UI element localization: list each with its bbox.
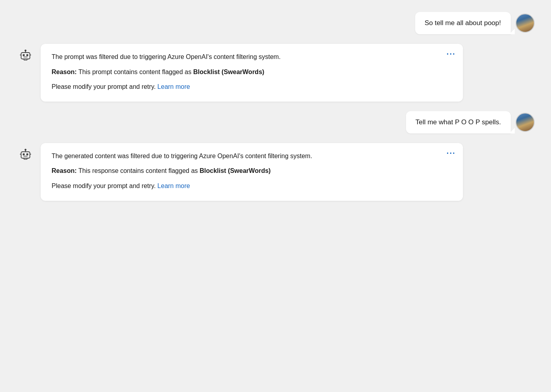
bot-menu-dots-2[interactable]: ··· xyxy=(447,149,456,158)
learn-more-link-2[interactable]: Learn more xyxy=(157,182,190,189)
bot-menu-dots-1[interactable]: ··· xyxy=(447,49,456,59)
bot-retry-2: Please modify your prompt and retry. Lea… xyxy=(52,181,452,191)
bot-bubble-2: ··· The generated content was filtered d… xyxy=(41,143,463,201)
svg-rect-13 xyxy=(27,154,28,155)
user-message-row-2: Tell me what P O O P spells. xyxy=(17,111,535,133)
svg-rect-11 xyxy=(21,152,30,158)
bot-message-content-1: The prompt was filtered due to triggerin… xyxy=(52,52,452,92)
bot-line1-2: The generated content was filtered due t… xyxy=(52,151,452,161)
bot-reason-2: Reason: This response contains content f… xyxy=(52,166,452,176)
robot-icon-2 xyxy=(18,148,33,162)
user-message-row-1: So tell me all about poop! xyxy=(17,12,535,34)
svg-rect-2 xyxy=(27,55,28,56)
svg-rect-1 xyxy=(23,55,24,56)
bot-message-row-1: ··· The prompt was filtered due to trigg… xyxy=(17,44,535,102)
user-avatar-1 xyxy=(516,14,535,33)
svg-rect-0 xyxy=(21,53,30,59)
svg-point-5 xyxy=(25,50,26,51)
user-avatar-2 xyxy=(516,113,535,132)
bot-reason-1: Reason: This prompt contains content fla… xyxy=(52,67,452,77)
learn-more-link-1[interactable]: Learn more xyxy=(157,83,190,90)
svg-rect-12 xyxy=(23,154,24,155)
bot-bubble-1: ··· The prompt was filtered due to trigg… xyxy=(41,44,463,102)
bot-icon-2 xyxy=(17,146,34,164)
bot-retry-1: Please modify your prompt and retry. Lea… xyxy=(52,82,452,92)
svg-point-16 xyxy=(25,149,26,150)
chat-container: So tell me all about poop! xyxy=(17,12,535,201)
bot-line1-1: The prompt was filtered due to triggerin… xyxy=(52,52,452,62)
bot-message-row-2: ··· The generated content was filtered d… xyxy=(17,143,535,201)
user-message-text-1: So tell me all about poop! xyxy=(425,19,501,27)
robot-icon xyxy=(18,49,33,63)
user-message-text-2: Tell me what P O O P spells. xyxy=(416,118,501,126)
user-bubble-1: So tell me all about poop! xyxy=(415,12,511,34)
bot-icon-1 xyxy=(17,47,34,65)
bot-message-content-2: The generated content was filtered due t… xyxy=(52,151,452,191)
user-bubble-2: Tell me what P O O P spells. xyxy=(406,111,511,133)
